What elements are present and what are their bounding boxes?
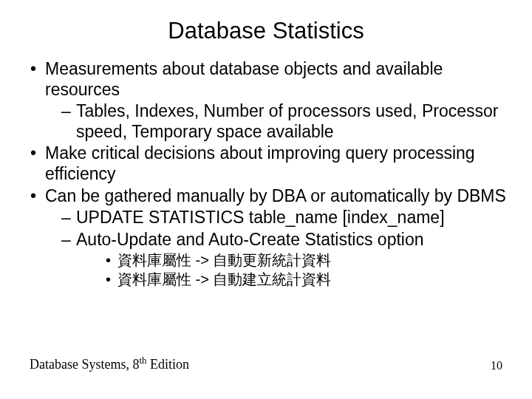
page-number: 10 (491, 359, 502, 372)
bullet-3: Can be gathered manually by DBA or autom… (26, 186, 506, 289)
bullet-3-sub-2: Auto-Update and Auto-Create Statistics o… (45, 230, 506, 289)
footer-book: Database Systems, 8th Edition (30, 357, 189, 372)
footer-book-sup: th (139, 355, 146, 366)
bullet-2: Make critical decisions about improving … (26, 143, 506, 184)
bullet-1-sub-1: Tables, Indexes, Number of processors us… (45, 101, 506, 142)
bullet-3-sub-2-text: Auto-Update and Auto-Create Statistics o… (76, 230, 424, 249)
bullet-2-text: Make critical decisions about improving … (45, 143, 475, 183)
bullet-3-sub-2-b-text: 資料庫屬性 -> 自動建立統計資料 (117, 271, 331, 287)
footer-book-before: Database Systems, 8 (30, 357, 139, 372)
bullet-1-sub-1-text: Tables, Indexes, Number of processors us… (76, 101, 498, 141)
bullet-3-sub-1: UPDATE STATISTICS table_name [index_name… (45, 208, 506, 228)
bullet-3-sub-2-a: 資料庫屬性 -> 自動更新統計資料 (76, 251, 506, 269)
bullet-1-text: Measurements about database objects and … (45, 59, 443, 99)
bullet-3-text: Can be gathered manually by DBA or autom… (45, 186, 506, 205)
slide-title: Database Statistics (26, 18, 506, 44)
bullet-1: Measurements about database objects and … (26, 59, 506, 142)
bullet-3-sub-2-b: 資料庫屬性 -> 自動建立統計資料 (76, 270, 506, 288)
slide-body: Measurements about database objects and … (26, 59, 506, 288)
footer-book-after: Edition (147, 357, 190, 372)
bullet-3-sub-2-a-text: 資料庫屬性 -> 自動更新統計資料 (117, 252, 331, 268)
bullet-3-sub-1-text: UPDATE STATISTICS table_name [index_name… (76, 208, 445, 227)
